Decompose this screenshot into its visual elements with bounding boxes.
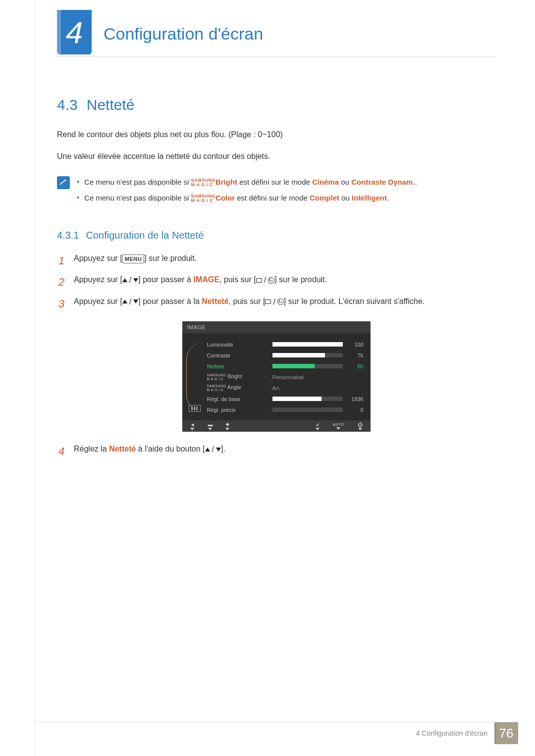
note-icon xyxy=(57,176,70,189)
page-shadow xyxy=(35,0,36,756)
nettete-word: Netteté xyxy=(109,445,136,453)
up-down-icon: / xyxy=(205,443,221,456)
step-number: 2 xyxy=(57,273,66,291)
osd-title: IMAGE xyxy=(182,321,371,333)
bright-word: Bright xyxy=(215,178,237,186)
select-enter-icon: / xyxy=(256,274,274,287)
note-list: Ce menu n'est pas disponible si SAMSUNGM… xyxy=(77,176,417,208)
chapter-number-badge: 4 xyxy=(57,10,92,54)
osd-auto-icon: AUTO xyxy=(332,422,344,430)
page-number-badge: 76 xyxy=(494,722,518,744)
osd-row-magic-angle: SAMSUNGMAGIC Angle: Arr. xyxy=(207,383,364,394)
note-block: Ce menu n'est pas disponible si SAMSUNGM… xyxy=(57,176,495,208)
chapter-title: Configuration d'écran xyxy=(104,24,263,54)
note-item-2: Ce menu n'est pas disponible si SAMSUNGM… xyxy=(77,192,417,204)
contrast-dynam-mode: Contraste Dynam. xyxy=(351,178,415,186)
osd-row-luminosite: Luminosité: 100 xyxy=(207,339,364,350)
page-number: 76 xyxy=(499,726,514,741)
footer-text: 4 Configuration d'écran xyxy=(416,729,487,737)
up-down-icon: / xyxy=(122,274,138,287)
page-footer: 4 Configuration d'écran 76 xyxy=(0,722,535,744)
samsung-magic-logo: SAMSUNGMAGIC xyxy=(191,194,215,203)
osd-row-nettete: Netteté: 60 xyxy=(207,361,364,372)
step-number: 4 xyxy=(57,443,66,460)
cinema-mode: Cinéma xyxy=(312,178,339,186)
section-number: 4.3 xyxy=(57,97,78,113)
step-2: 2 Appuyez sur [/] pour passer à IMAGE, p… xyxy=(57,273,495,291)
color-word: Color xyxy=(215,194,235,202)
image-word: IMAGE xyxy=(193,275,219,284)
steps-list: 1 Appuyez sur [MENU] sur le produit. 2 A… xyxy=(57,252,495,312)
up-down-icon: / xyxy=(122,296,138,308)
osd-row-regl-base: Régl. de base: 1936 xyxy=(207,394,364,404)
intro-text-1: Rend le contour des objets plus net ou p… xyxy=(57,128,495,141)
step-number: 1 xyxy=(57,252,66,269)
subsection-number: 4.3.1 xyxy=(57,230,79,241)
osd-row-magic-bright: SAMSUNGMAGIC Bright: Personnalisé xyxy=(207,372,364,383)
chapter-number: 4 xyxy=(66,15,83,50)
chapter-header: 4 Configuration d'écran xyxy=(57,0,495,54)
step-4: 4 Réglez la Netteté à l'aide du bouton [… xyxy=(57,443,495,460)
samsung-magic-logo: SAMSUNGMAGIC xyxy=(191,178,215,188)
subsection-title: Configuration de la Netteté xyxy=(86,230,204,241)
section-title: Netteté xyxy=(87,97,135,113)
section-heading: 4.3Netteté xyxy=(57,97,495,113)
osd-enter-icon: ↲ xyxy=(316,422,320,430)
osd-left-icon: ◄ xyxy=(190,422,195,430)
step-number: 3 xyxy=(57,295,66,312)
select-enter-icon: / xyxy=(265,296,283,308)
osd-footer: ◄ ▬ ✚ ↲ AUTO ⏻ xyxy=(182,420,371,432)
subsection-heading: 4.3.1Configuration de la Netteté xyxy=(57,230,495,241)
nettete-word: Netteté xyxy=(202,297,228,305)
osd-side xyxy=(187,339,202,415)
menu-key: MENU xyxy=(122,254,144,263)
osd-plus-icon: ✚ xyxy=(225,422,229,430)
osd-power-icon: ⏻ xyxy=(358,422,363,430)
osd-row-regl-precis: Régl. précis: 0 xyxy=(207,404,364,415)
intelligent-mode: Intelligent xyxy=(352,194,387,202)
step-1: 1 Appuyez sur [MENU] sur le produit. xyxy=(57,252,495,269)
header-divider xyxy=(57,56,495,57)
complet-mode: Complet xyxy=(310,194,339,202)
osd-row-contraste: Contraste: 75 xyxy=(207,350,364,361)
note-item-1: Ce menu n'est pas disponible si SAMSUNGM… xyxy=(77,176,417,188)
osd-menu: IMAGE Luminosité: 100 Contraste: 75 xyxy=(182,321,371,432)
step-3: 3 Appuyez sur [/] pour passer à la Nette… xyxy=(57,295,495,312)
intro-text-2: Une valeur élevée accentue la netteté du… xyxy=(57,150,495,163)
osd-minus-icon: ▬ xyxy=(208,422,213,430)
